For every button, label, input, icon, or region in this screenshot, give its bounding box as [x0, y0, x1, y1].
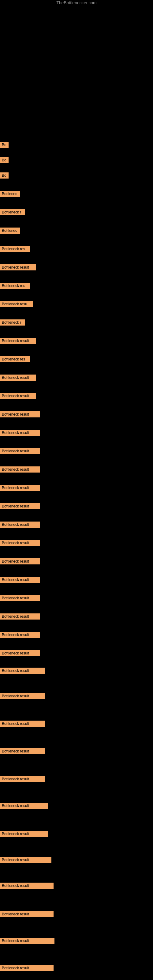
bottleneck-result-label: Bottleneck result: [0, 466, 40, 473]
bottleneck-result-label: Bottleneck result: [0, 503, 40, 509]
bottleneck-result-label: Bottleneck result: [0, 748, 45, 754]
bottleneck-result-label: Bottleneck result: [0, 803, 48, 809]
bottleneck-result-label: Bottlenec: [0, 228, 20, 234]
bottleneck-result-label: Bottleneck r: [0, 209, 25, 215]
bottleneck-result-label: Bottleneck result: [0, 721, 45, 727]
bottleneck-result-label: Bottleneck res: [0, 246, 30, 252]
bottleneck-result-label: Bottleneck result: [0, 776, 45, 782]
bottleneck-result-label: Bottleneck result: [0, 831, 48, 837]
bottleneck-result-label: Bottleneck result: [0, 883, 54, 889]
bottleneck-result-label: Bottleneck result: [0, 857, 51, 863]
labels-container: BoBoBoBottlenecBottleneck rBottlenecBott…: [0, 0, 153, 980]
bottleneck-result-label: Bottleneck result: [0, 668, 45, 674]
bottleneck-result-label: Bottleneck res: [0, 356, 30, 362]
bottleneck-result-label: Bottleneck result: [0, 595, 40, 601]
bottleneck-result-label: Bottleneck res: [0, 283, 30, 289]
bottleneck-result-label: Bottleneck result: [0, 613, 40, 620]
bottleneck-result-label: Bottleneck result: [0, 522, 40, 528]
bottleneck-result-label: Bottleneck r: [0, 320, 25, 326]
bottleneck-result-label: Bottleneck result: [0, 375, 36, 381]
bottleneck-result-label: Bottleneck result: [0, 911, 54, 917]
bottleneck-result-label: Bottleneck result: [0, 650, 40, 656]
bottleneck-result-label: Bo: [0, 172, 9, 178]
bottleneck-result-label: Bottleneck result: [0, 632, 40, 638]
bottleneck-result-label: Bottleneck result: [0, 693, 45, 699]
bottleneck-result-label: Bottleneck result: [0, 338, 36, 344]
bottleneck-result-label: Bottleneck resu: [0, 301, 33, 307]
bottleneck-result-label: Bottleneck result: [0, 485, 40, 491]
bottleneck-result-label: Bo: [0, 157, 9, 163]
bottleneck-result-label: Bottleneck result: [0, 393, 36, 399]
bottleneck-result-label: Bottleneck result: [0, 965, 54, 971]
bottleneck-result-label: Bottlenec: [0, 191, 20, 197]
bottleneck-result-label: Bottleneck result: [0, 577, 40, 583]
bottleneck-result-label: Bottleneck result: [0, 938, 54, 944]
bottleneck-result-label: Bo: [0, 142, 9, 148]
bottleneck-result-label: Bottleneck result: [0, 558, 40, 565]
bottleneck-result-label: Bottleneck result: [0, 540, 40, 546]
bottleneck-result-label: Bottleneck result: [0, 448, 40, 454]
bottleneck-result-label: Bottleneck result: [0, 430, 40, 436]
bottleneck-result-label: Bottleneck result: [0, 264, 36, 270]
bottleneck-result-label: Bottleneck result: [0, 411, 40, 417]
